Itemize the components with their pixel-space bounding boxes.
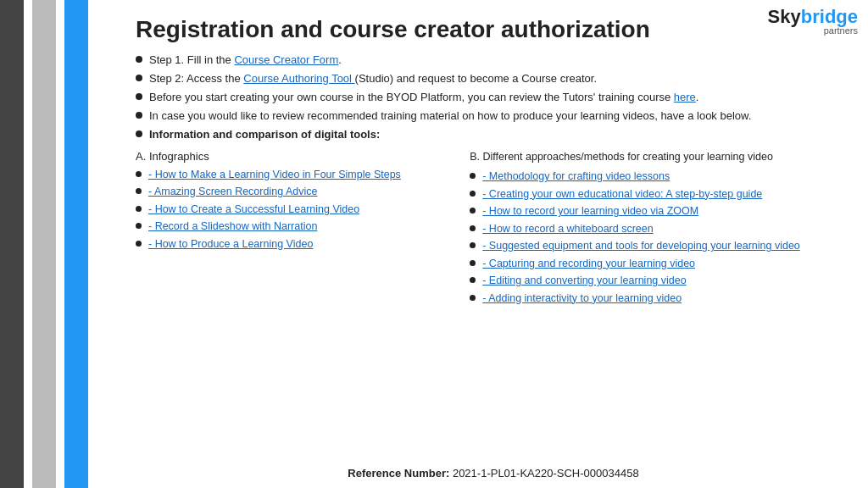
list-item: - Methodology for crafting video lessons xyxy=(470,169,851,185)
infographic-link-1[interactable]: - How to Make a Learning Video in Four S… xyxy=(148,168,401,183)
here-link[interactable]: here xyxy=(674,91,696,103)
list-item: - How to Produce a Learning Video xyxy=(136,237,456,252)
bullet-icon xyxy=(470,295,476,301)
list-item: - How to record your learning video via … xyxy=(470,204,851,219)
reference-label: Reference Number: xyxy=(348,467,449,480)
list-item: - How to Create a Successful Learning Vi… xyxy=(136,202,456,218)
left-decorative-bars xyxy=(0,0,119,488)
bullet-icon xyxy=(136,75,142,81)
bar-light-gray xyxy=(32,0,56,488)
bullet-icon xyxy=(470,225,476,231)
method-link-2[interactable]: - Creating your own educational video: A… xyxy=(482,187,762,202)
list-item: Step 2: Access the Course Authoring Tool… xyxy=(136,71,851,86)
bullet-icon xyxy=(470,242,476,248)
step4-text: In case you would like to review recomme… xyxy=(149,108,751,124)
bullet-icon xyxy=(136,171,142,177)
bar-blue xyxy=(64,0,88,488)
bullet-icon xyxy=(470,208,476,214)
list-item: - Creating your own educational video: A… xyxy=(470,187,851,202)
method-link-6[interactable]: - Capturing and recording your learning … xyxy=(482,257,695,272)
bar-gap-2 xyxy=(56,0,64,488)
col-left-header: A. Infographics xyxy=(136,150,456,163)
list-item: Step 1. Fill in the Course Creator Form. xyxy=(136,53,851,68)
bar-dark-gray xyxy=(0,0,24,488)
bullet-icon xyxy=(136,223,142,229)
col-left: A. Infographics - How to Make a Learning… xyxy=(136,150,465,309)
col-right-list: - Methodology for crafting video lessons… xyxy=(470,169,851,306)
bullet-icon xyxy=(136,112,142,119)
col-right: B. Different approaches/methods for crea… xyxy=(465,150,851,309)
list-item: - Record a Slideshow with Narration xyxy=(136,219,456,235)
two-column-section: A. Infographics - How to Make a Learning… xyxy=(136,150,851,309)
main-content: Registration and course creator authoriz… xyxy=(119,0,868,488)
course-creator-form-link[interactable]: Course Creator Form xyxy=(234,53,338,66)
bullet-icon xyxy=(470,260,476,266)
list-item: - Capturing and recording your learning … xyxy=(470,257,851,272)
list-item: - Amazing Screen Recording Advice xyxy=(136,185,456,200)
bar-gap-1 xyxy=(24,0,32,488)
footer: Reference Number: 2021-1-PL01-KA220-SCH-… xyxy=(119,467,868,480)
bullet-icon xyxy=(470,191,476,197)
method-link-5[interactable]: - Suggested equipment and tools for deve… xyxy=(482,239,800,254)
reference-value: 2021-1-PL01-KA220-SCH-000034458 xyxy=(449,467,638,480)
list-item: - Adding interactivity to your learning … xyxy=(470,291,851,307)
bullet-icon xyxy=(470,173,476,179)
list-item: Information and comparison of digital to… xyxy=(136,127,851,142)
bullet-icon xyxy=(136,206,142,212)
method-link-7[interactable]: - Editing and converting your learning v… xyxy=(482,274,686,289)
bullet-icon xyxy=(136,241,142,247)
infographic-link-4[interactable]: - Record a Slideshow with Narration xyxy=(148,219,317,235)
step5-text: Information and comparison of digital to… xyxy=(149,127,380,142)
intro-list: Step 1. Fill in the Course Creator Form.… xyxy=(136,53,851,143)
col-right-header: B. Different approaches/methods for crea… xyxy=(470,150,851,165)
bullet-icon xyxy=(136,93,142,100)
page-title: Registration and course creator authoriz… xyxy=(136,15,851,44)
step2-text: Step 2: Access the Course Authoring Tool… xyxy=(149,71,597,86)
infographic-link-2[interactable]: - Amazing Screen Recording Advice xyxy=(148,185,317,200)
list-item: In case you would like to review recomme… xyxy=(136,108,851,124)
infographic-link-5[interactable]: - How to Produce a Learning Video xyxy=(148,237,313,252)
list-item: - How to Make a Learning Video in Four S… xyxy=(136,168,456,183)
list-item: - Suggested equipment and tools for deve… xyxy=(470,239,851,254)
bullet-icon xyxy=(470,277,476,283)
step1-text: Step 1. Fill in the Course Creator Form. xyxy=(149,53,342,68)
course-authoring-tool-link[interactable]: Course Authoring Tool xyxy=(243,72,354,85)
bullet-icon xyxy=(136,130,142,137)
step3-text: Before you start creating your own cours… xyxy=(149,90,698,105)
footer-label: Reference Number: 2021-1-PL01-KA220-SCH-… xyxy=(348,467,638,480)
method-link-1[interactable]: - Methodology for crafting video lessons xyxy=(482,169,670,185)
method-link-8[interactable]: - Adding interactivity to your learning … xyxy=(482,291,682,307)
method-link-4[interactable]: - How to record a whiteboard screen xyxy=(482,222,653,237)
bullet-icon xyxy=(136,56,142,63)
col-left-list: - How to Make a Learning Video in Four S… xyxy=(136,168,456,252)
list-item: - Editing and converting your learning v… xyxy=(470,274,851,289)
infographic-link-3[interactable]: - How to Create a Successful Learning Vi… xyxy=(148,202,359,218)
list-item: Before you start creating your own cours… xyxy=(136,90,851,105)
method-link-3[interactable]: - How to record your learning video via … xyxy=(482,204,698,219)
list-item: - How to record a whiteboard screen xyxy=(470,222,851,237)
bullet-icon xyxy=(136,188,142,194)
